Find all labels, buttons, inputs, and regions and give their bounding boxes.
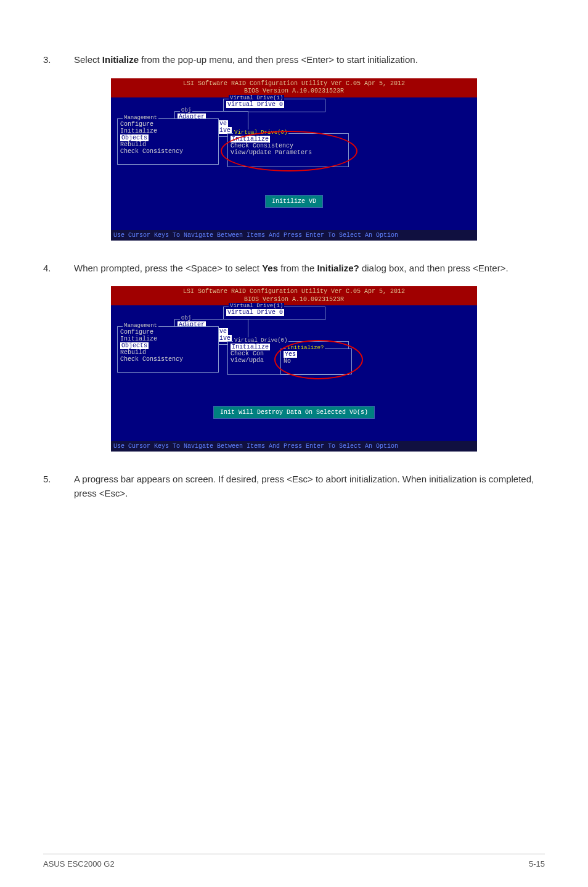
management-menu: Management Configure Initialize Objects … [117, 326, 219, 373]
step-text: When prompted, press the <Space> to sele… [74, 262, 545, 276]
step-number: 4. [43, 262, 74, 276]
virtual-drive-0-menu: Virtual Drive(0) Initialize Check Consis… [227, 133, 349, 167]
bold-text: Yes [262, 263, 278, 273]
vd0-item-check-consistency[interactable]: Check Con [231, 350, 264, 357]
box-label: Obj [180, 315, 192, 321]
bold-text: Initialize? [317, 263, 359, 273]
mgmt-item-check-consistency[interactable]: Check Consistency [120, 356, 216, 363]
virtual-drive-1-box: Virtual Drive(1) Virtual Drive 0 [223, 307, 325, 320]
bios-version: BIOS Version A.10.09231523R [111, 296, 477, 304]
mgmt-item-check-consistency[interactable]: Check Consistency [120, 148, 216, 155]
box-label: Virtual Drive(1) [229, 303, 284, 309]
step-text: Select Initialize from the pop-up menu, … [74, 53, 545, 67]
mgmt-item-configure[interactable]: Configure [120, 121, 216, 128]
mgmt-item-initialize[interactable]: Initialize [120, 128, 216, 134]
mgmt-item-rebuild[interactable]: Rebuild [120, 349, 216, 356]
step-3: 3. Select Initialize from the pop-up men… [43, 53, 545, 67]
status-message: Initilize VD [265, 195, 323, 208]
box-label: Virtual Drive(0) [233, 337, 288, 344]
vd0-item-view-update[interactable]: View/Update Parameters [231, 149, 312, 156]
footer-page-number: 5-15 [529, 859, 545, 868]
mgmt-item-objects[interactable]: Objects [120, 342, 149, 349]
bios-header: LSI Software RAID Configuration Utility … [111, 286, 477, 305]
virtual-drive-item[interactable]: Virtual Drive 0 [226, 101, 284, 108]
mgmt-item-initialize[interactable]: Initialize [120, 336, 216, 342]
bios-title: LSI Software RAID Configuration Utility … [111, 288, 477, 296]
vd0-item-check-consistency[interactable]: Check Consistency [231, 142, 293, 149]
text: dialog box, and then press <Enter>. [359, 263, 508, 273]
step-4: 4. When prompted, press the <Space> to s… [43, 262, 545, 276]
bios-title: LSI Software RAID Configuration Utility … [111, 80, 477, 88]
confirm-yes[interactable]: Yes [284, 351, 297, 358]
virtual-drive-item[interactable]: Virtual Drive 0 [226, 309, 284, 316]
box-label: Initialize? [286, 345, 325, 351]
step-number: 5. [43, 472, 74, 500]
text: When prompted, press the <Space> to sele… [74, 263, 262, 273]
initialize-confirm-dialog: Initialize? Yes No [280, 349, 352, 374]
mgmt-item-rebuild[interactable]: Rebuild [120, 141, 216, 148]
management-menu: Management Configure Initialize Objects … [117, 118, 219, 165]
bios-footer-hint: Use Cursor Keys To Navigate Between Item… [111, 230, 477, 241]
mgmt-item-configure[interactable]: Configure [120, 329, 216, 336]
status-message: Init Will Destroy Data On Selected VD(s) [213, 406, 375, 419]
text: from the pop-up menu, and then press <En… [139, 54, 418, 65]
vd0-item-initialize[interactable]: Initialize [231, 136, 270, 142]
bios-version: BIOS Version A.10.09231523R [111, 88, 477, 96]
virtual-drive-1-box: Virtual Drive(1) Virtual Drive 0 [223, 99, 325, 112]
box-label: Virtual Drive(0) [233, 130, 288, 136]
bios-header: LSI Software RAID Configuration Utility … [111, 78, 477, 97]
vd0-item-view-update[interactable]: View/Upda [231, 357, 264, 364]
bold-text: Initialize [102, 54, 139, 65]
box-label: Management [123, 115, 158, 121]
text: Select [74, 54, 102, 65]
bios-screenshot-1: LSI Software RAID Configuration Utility … [111, 78, 477, 241]
step-5: 5. A progress bar appears on screen. If … [43, 472, 545, 500]
page-footer: ASUS ESC2000 G2 5-15 [43, 854, 545, 868]
confirm-no[interactable]: No [284, 358, 291, 365]
bios-screenshot-2: LSI Software RAID Configuration Utility … [111, 286, 477, 452]
step-text: A progress bar appears on screen. If des… [74, 472, 545, 500]
bios-footer-hint: Use Cursor Keys To Navigate Between Item… [111, 441, 477, 452]
vd0-item-initialize[interactable]: Initialize [231, 344, 270, 350]
box-label: Management [123, 323, 158, 329]
mgmt-item-objects[interactable]: Objects [120, 134, 149, 141]
box-label: Virtual Drive(1) [229, 95, 284, 101]
text: from the [278, 263, 317, 273]
box-label: Obj [180, 107, 192, 113]
footer-product: ASUS ESC2000 G2 [43, 859, 115, 868]
step-number: 3. [43, 53, 74, 67]
